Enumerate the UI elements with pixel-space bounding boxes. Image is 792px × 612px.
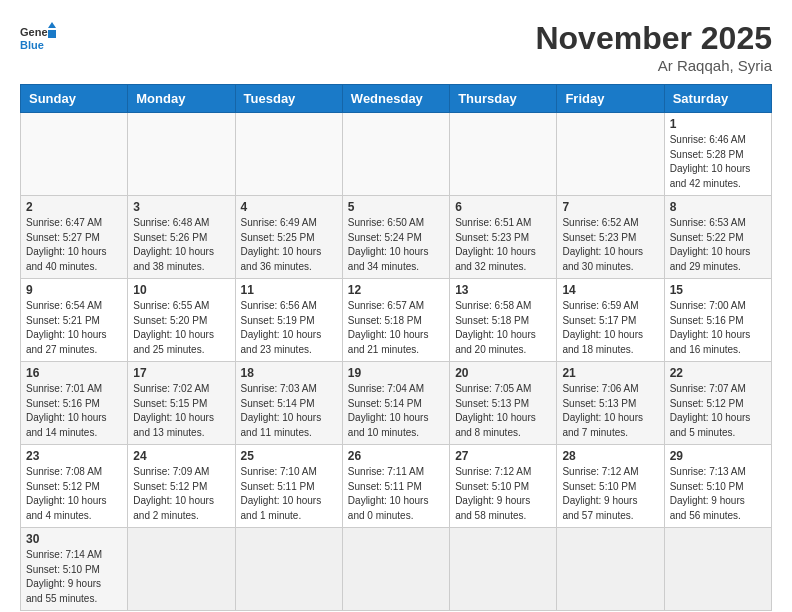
logo-icon: General Blue (20, 20, 56, 56)
calendar-cell: 16Sunrise: 7:01 AM Sunset: 5:16 PM Dayli… (21, 362, 128, 445)
calendar-cell: 13Sunrise: 6:58 AM Sunset: 5:18 PM Dayli… (450, 279, 557, 362)
month-title: November 2025 (535, 20, 772, 57)
calendar-cell: 6Sunrise: 6:51 AM Sunset: 5:23 PM Daylig… (450, 196, 557, 279)
day-info: Sunrise: 7:14 AM Sunset: 5:10 PM Dayligh… (26, 548, 122, 606)
calendar-cell (557, 113, 664, 196)
calendar-table: SundayMondayTuesdayWednesdayThursdayFrid… (20, 84, 772, 611)
calendar-cell (128, 528, 235, 611)
title-block: November 2025 Ar Raqqah, Syria (535, 20, 772, 74)
svg-marker-2 (48, 22, 56, 28)
svg-text:Blue: Blue (20, 39, 44, 51)
day-info: Sunrise: 6:55 AM Sunset: 5:20 PM Dayligh… (133, 299, 229, 357)
calendar-cell: 18Sunrise: 7:03 AM Sunset: 5:14 PM Dayli… (235, 362, 342, 445)
day-number: 30 (26, 532, 122, 546)
day-info: Sunrise: 6:52 AM Sunset: 5:23 PM Dayligh… (562, 216, 658, 274)
calendar-cell: 29Sunrise: 7:13 AM Sunset: 5:10 PM Dayli… (664, 445, 771, 528)
calendar-cell: 20Sunrise: 7:05 AM Sunset: 5:13 PM Dayli… (450, 362, 557, 445)
day-info: Sunrise: 7:04 AM Sunset: 5:14 PM Dayligh… (348, 382, 444, 440)
calendar-cell: 28Sunrise: 7:12 AM Sunset: 5:10 PM Dayli… (557, 445, 664, 528)
day-number: 9 (26, 283, 122, 297)
calendar-cell (235, 113, 342, 196)
calendar-week-2: 2Sunrise: 6:47 AM Sunset: 5:27 PM Daylig… (21, 196, 772, 279)
calendar-cell: 14Sunrise: 6:59 AM Sunset: 5:17 PM Dayli… (557, 279, 664, 362)
calendar-cell: 25Sunrise: 7:10 AM Sunset: 5:11 PM Dayli… (235, 445, 342, 528)
day-info: Sunrise: 6:58 AM Sunset: 5:18 PM Dayligh… (455, 299, 551, 357)
calendar-cell: 19Sunrise: 7:04 AM Sunset: 5:14 PM Dayli… (342, 362, 449, 445)
calendar-cell (235, 528, 342, 611)
day-header-monday: Monday (128, 85, 235, 113)
day-number: 26 (348, 449, 444, 463)
day-info: Sunrise: 7:03 AM Sunset: 5:14 PM Dayligh… (241, 382, 337, 440)
calendar-cell: 23Sunrise: 7:08 AM Sunset: 5:12 PM Dayli… (21, 445, 128, 528)
day-number: 29 (670, 449, 766, 463)
day-info: Sunrise: 7:02 AM Sunset: 5:15 PM Dayligh… (133, 382, 229, 440)
day-header-thursday: Thursday (450, 85, 557, 113)
day-info: Sunrise: 7:01 AM Sunset: 5:16 PM Dayligh… (26, 382, 122, 440)
day-info: Sunrise: 6:53 AM Sunset: 5:22 PM Dayligh… (670, 216, 766, 274)
calendar-cell (342, 113, 449, 196)
day-info: Sunrise: 7:11 AM Sunset: 5:11 PM Dayligh… (348, 465, 444, 523)
calendar-cell: 22Sunrise: 7:07 AM Sunset: 5:12 PM Dayli… (664, 362, 771, 445)
day-number: 28 (562, 449, 658, 463)
calendar-week-1: 1Sunrise: 6:46 AM Sunset: 5:28 PM Daylig… (21, 113, 772, 196)
day-info: Sunrise: 6:51 AM Sunset: 5:23 PM Dayligh… (455, 216, 551, 274)
calendar-cell: 9Sunrise: 6:54 AM Sunset: 5:21 PM Daylig… (21, 279, 128, 362)
day-info: Sunrise: 7:06 AM Sunset: 5:13 PM Dayligh… (562, 382, 658, 440)
calendar-cell: 5Sunrise: 6:50 AM Sunset: 5:24 PM Daylig… (342, 196, 449, 279)
day-info: Sunrise: 7:10 AM Sunset: 5:11 PM Dayligh… (241, 465, 337, 523)
day-number: 27 (455, 449, 551, 463)
day-info: Sunrise: 7:00 AM Sunset: 5:16 PM Dayligh… (670, 299, 766, 357)
day-info: Sunrise: 6:47 AM Sunset: 5:27 PM Dayligh… (26, 216, 122, 274)
day-number: 1 (670, 117, 766, 131)
calendar-cell: 17Sunrise: 7:02 AM Sunset: 5:15 PM Dayli… (128, 362, 235, 445)
calendar-cell (557, 528, 664, 611)
calendar-cell: 15Sunrise: 7:00 AM Sunset: 5:16 PM Dayli… (664, 279, 771, 362)
day-number: 6 (455, 200, 551, 214)
day-number: 12 (348, 283, 444, 297)
calendar-cell (664, 528, 771, 611)
calendar-header-row: SundayMondayTuesdayWednesdayThursdayFrid… (21, 85, 772, 113)
location-subtitle: Ar Raqqah, Syria (535, 57, 772, 74)
day-info: Sunrise: 7:12 AM Sunset: 5:10 PM Dayligh… (562, 465, 658, 523)
day-number: 23 (26, 449, 122, 463)
logo: General Blue (20, 20, 56, 56)
day-number: 19 (348, 366, 444, 380)
calendar-week-3: 9Sunrise: 6:54 AM Sunset: 5:21 PM Daylig… (21, 279, 772, 362)
day-number: 2 (26, 200, 122, 214)
day-number: 22 (670, 366, 766, 380)
day-info: Sunrise: 6:50 AM Sunset: 5:24 PM Dayligh… (348, 216, 444, 274)
day-info: Sunrise: 6:46 AM Sunset: 5:28 PM Dayligh… (670, 133, 766, 191)
day-number: 21 (562, 366, 658, 380)
day-number: 11 (241, 283, 337, 297)
day-number: 3 (133, 200, 229, 214)
day-number: 5 (348, 200, 444, 214)
day-info: Sunrise: 7:08 AM Sunset: 5:12 PM Dayligh… (26, 465, 122, 523)
calendar-cell: 21Sunrise: 7:06 AM Sunset: 5:13 PM Dayli… (557, 362, 664, 445)
calendar-cell: 27Sunrise: 7:12 AM Sunset: 5:10 PM Dayli… (450, 445, 557, 528)
day-number: 16 (26, 366, 122, 380)
page-header: General Blue November 2025 Ar Raqqah, Sy… (20, 20, 772, 74)
day-info: Sunrise: 7:13 AM Sunset: 5:10 PM Dayligh… (670, 465, 766, 523)
calendar-cell: 26Sunrise: 7:11 AM Sunset: 5:11 PM Dayli… (342, 445, 449, 528)
day-number: 25 (241, 449, 337, 463)
day-number: 17 (133, 366, 229, 380)
calendar-cell: 8Sunrise: 6:53 AM Sunset: 5:22 PM Daylig… (664, 196, 771, 279)
day-header-sunday: Sunday (21, 85, 128, 113)
calendar-cell: 30Sunrise: 7:14 AM Sunset: 5:10 PM Dayli… (21, 528, 128, 611)
day-number: 10 (133, 283, 229, 297)
day-number: 7 (562, 200, 658, 214)
day-header-saturday: Saturday (664, 85, 771, 113)
day-info: Sunrise: 6:56 AM Sunset: 5:19 PM Dayligh… (241, 299, 337, 357)
calendar-cell (128, 113, 235, 196)
calendar-cell: 11Sunrise: 6:56 AM Sunset: 5:19 PM Dayli… (235, 279, 342, 362)
calendar-cell (21, 113, 128, 196)
day-info: Sunrise: 6:59 AM Sunset: 5:17 PM Dayligh… (562, 299, 658, 357)
day-header-tuesday: Tuesday (235, 85, 342, 113)
day-number: 15 (670, 283, 766, 297)
day-number: 8 (670, 200, 766, 214)
calendar-cell: 2Sunrise: 6:47 AM Sunset: 5:27 PM Daylig… (21, 196, 128, 279)
day-header-wednesday: Wednesday (342, 85, 449, 113)
day-number: 13 (455, 283, 551, 297)
day-info: Sunrise: 7:12 AM Sunset: 5:10 PM Dayligh… (455, 465, 551, 523)
day-info: Sunrise: 7:05 AM Sunset: 5:13 PM Dayligh… (455, 382, 551, 440)
